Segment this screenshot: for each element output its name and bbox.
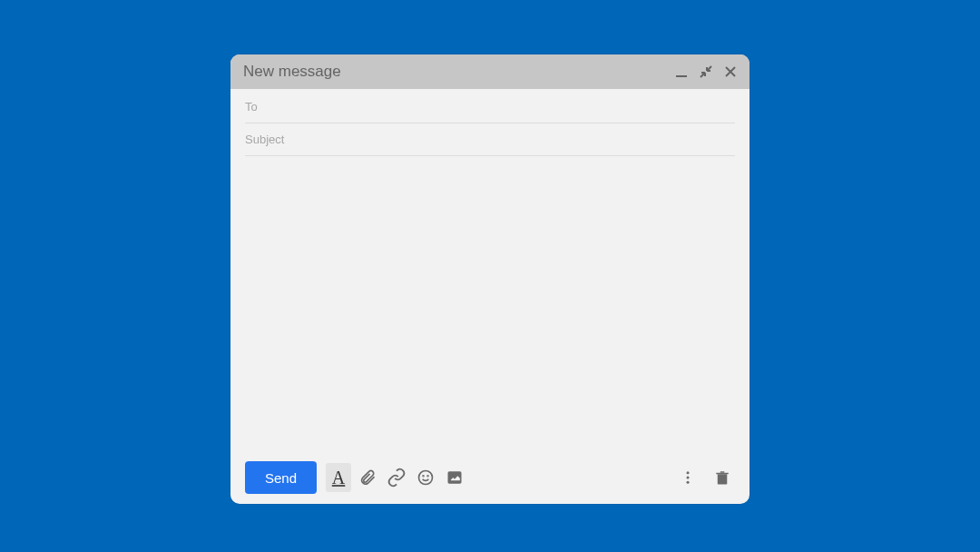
collapse-icon (699, 64, 713, 79)
compose-window: New message Send (230, 54, 750, 504)
paperclip-icon (358, 468, 377, 487)
message-body-input[interactable] (230, 156, 750, 451)
svg-point-3 (427, 476, 428, 477)
subject-input[interactable] (245, 133, 735, 146)
svg-point-7 (687, 481, 690, 484)
compose-footer: Send A (230, 451, 750, 504)
insert-emoji-button[interactable] (413, 461, 438, 494)
image-icon (446, 468, 464, 487)
svg-point-6 (687, 477, 690, 479)
close-icon (724, 65, 737, 78)
insert-link-button[interactable] (384, 461, 409, 494)
svg-point-5 (687, 471, 690, 474)
formatting-toolbar: A (326, 461, 467, 494)
compose-body (230, 156, 750, 451)
svg-rect-0 (676, 75, 687, 77)
to-input[interactable] (245, 100, 735, 113)
minimize-button[interactable] (675, 65, 688, 78)
minimize-icon (675, 65, 688, 78)
svg-point-1 (419, 471, 433, 485)
more-vertical-icon (680, 469, 696, 486)
formatting-options-button[interactable]: A (326, 463, 351, 492)
to-field-row (245, 91, 735, 123)
pop-out-button[interactable] (699, 64, 713, 79)
compose-title: New message (243, 63, 675, 81)
compose-header: New message (230, 54, 750, 89)
window-controls (675, 64, 737, 79)
link-icon (387, 468, 407, 488)
discard-draft-button[interactable] (710, 461, 735, 494)
footer-right-controls (675, 461, 735, 494)
close-button[interactable] (724, 65, 737, 78)
emoji-icon (416, 468, 435, 487)
svg-point-2 (423, 476, 424, 477)
compose-fields (230, 89, 750, 156)
more-options-button[interactable] (675, 461, 701, 494)
send-button[interactable]: Send (245, 461, 317, 494)
svg-rect-4 (448, 471, 462, 483)
subject-field-row (245, 123, 735, 156)
trash-icon (714, 469, 730, 486)
attach-file-button[interactable] (355, 461, 380, 494)
insert-photo-button[interactable] (442, 461, 467, 494)
format-text-icon: A (332, 468, 345, 488)
